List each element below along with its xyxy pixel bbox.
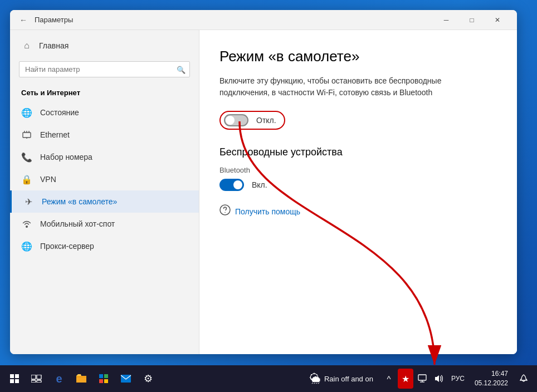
tray-lang-label[interactable]: РУС (448, 369, 468, 389)
tray-up-arrow[interactable]: ^ (381, 369, 397, 389)
sidebar-item-status[interactable]: 🌐 Состояние (10, 101, 199, 124)
home-icon: ⌂ (21, 40, 32, 51)
weather-widget[interactable]: 🌦 Rain off and on (304, 373, 379, 385)
bluetooth-toggle-row: Вкл. (219, 179, 497, 191)
bluetooth-toggle-switch[interactable] (219, 179, 244, 191)
notification-button[interactable] (515, 369, 533, 389)
clock-time: 16:47 (491, 369, 508, 379)
svg-rect-7 (10, 374, 14, 378)
svg-rect-19 (121, 375, 131, 383)
sidebar-item-ethernet[interactable]: Ethernet (10, 124, 199, 146)
search-icon: 🔍 (177, 65, 185, 74)
airplane-icon: ✈ (23, 196, 34, 207)
sidebar-home-label: Главная (39, 41, 69, 50)
sidebar-item-label: Режим «в самолете» (42, 197, 117, 206)
svg-rect-17 (99, 379, 103, 383)
window-title: Параметры (35, 16, 73, 24)
system-tray: ^ ★ РУ (381, 369, 468, 389)
sidebar-item-label: Набор номера (40, 153, 92, 161)
ethernet-icon (21, 129, 32, 140)
sidebar-home-button[interactable]: ⌂ Главная (10, 35, 199, 57)
sidebar-item-proxy[interactable]: 🌐 Прокси-сервер (10, 235, 199, 257)
svg-rect-13 (31, 380, 36, 383)
sidebar: ⌂ Главная 🔍 Сеть и Интернет 🌐 Состояние (10, 30, 199, 354)
settings-icon[interactable]: ⚙ (138, 369, 158, 389)
start-button[interactable] (4, 369, 25, 389)
window-body: ⌂ Главная 🔍 Сеть и Интернет 🌐 Состояние (10, 30, 517, 354)
airplane-toggle-label: Откл. (256, 116, 276, 125)
sidebar-item-label: Мобильный хот-спот (40, 219, 115, 228)
mail-icon[interactable] (116, 369, 136, 389)
bluetooth-label: Bluetooth (219, 166, 497, 174)
sidebar-item-vpn[interactable]: 🔒 VPN (10, 168, 199, 190)
tray-volume-icon[interactable] (431, 369, 447, 389)
svg-rect-18 (104, 379, 108, 383)
help-link[interactable]: Получить помощь (235, 207, 300, 216)
weather-text: Rain off and on (324, 375, 373, 383)
sidebar-item-airplane[interactable]: ✈ Режим «в самолете» (10, 190, 199, 213)
clock-widget[interactable]: 16:47 05.12.2022 (470, 369, 512, 388)
bluetooth-toggle-label: Вкл. (252, 180, 267, 189)
weather-icon: 🌦 (310, 373, 321, 385)
sidebar-item-label: Состояние (40, 108, 79, 117)
toggle-knob (226, 116, 235, 125)
clock-date: 05.12.2022 (475, 379, 508, 388)
sidebar-item-label: Ethernet (40, 130, 70, 139)
help-icon (219, 204, 231, 218)
explorer-icon[interactable] (71, 369, 91, 389)
sidebar-search-container: 🔍 (19, 61, 190, 77)
edge-icon[interactable]: e (49, 369, 69, 389)
taskbar: e (0, 365, 537, 392)
window-controls: ─ □ ✕ (433, 10, 510, 30)
svg-rect-14 (37, 380, 41, 383)
svg-rect-20 (418, 375, 426, 380)
svg-point-5 (220, 205, 230, 215)
airplane-toggle-row: Откл. (219, 111, 285, 130)
vpn-icon: 🔒 (21, 174, 32, 185)
taskbar-right: 🌦 Rain off and on ^ ★ (304, 369, 533, 389)
maximize-button[interactable]: □ (459, 10, 485, 30)
svg-rect-16 (104, 374, 108, 378)
content-description: Включите эту функцию, чтобы остановить в… (219, 75, 487, 99)
hotspot-icon (21, 218, 32, 229)
svg-rect-12 (37, 375, 41, 379)
status-icon: 🌐 (21, 107, 32, 118)
tray-network-icon[interactable] (414, 369, 430, 389)
tray-bluetooth-icon[interactable]: ★ (398, 369, 413, 389)
svg-rect-8 (15, 374, 19, 378)
minimize-button[interactable]: ─ (433, 10, 459, 30)
wireless-section-heading: Беспроводные устройства (219, 146, 497, 158)
taskbar-left: e (4, 369, 158, 389)
svg-rect-10 (15, 379, 19, 383)
svg-rect-11 (31, 375, 36, 379)
page-title: Режим «в самолете» (219, 48, 497, 65)
sidebar-item-hotspot[interactable]: Мобильный хот-спот (10, 213, 199, 235)
back-button[interactable]: ← (17, 13, 30, 27)
proxy-icon: 🌐 (21, 241, 32, 252)
bluetooth-toggle-knob (233, 180, 242, 189)
svg-rect-0 (23, 133, 31, 138)
sidebar-item-label: Прокси-сервер (40, 242, 94, 251)
settings-window: ← Параметры ─ □ ✕ ⌂ Главная 🔍 Се (10, 10, 517, 354)
sidebar-item-label: VPN (40, 175, 56, 184)
sidebar-item-dialup[interactable]: 📞 Набор номера (10, 146, 199, 168)
content-area: Режим «в самолете» Включите эту функцию,… (199, 30, 517, 354)
desktop: ← Параметры ─ □ ✕ ⌂ Главная 🔍 Се (0, 0, 537, 392)
svg-rect-15 (99, 374, 103, 378)
dialup-icon: 📞 (21, 151, 32, 163)
help-row: Получить помощь (219, 204, 497, 218)
search-input[interactable] (19, 61, 190, 77)
airplane-toggle-switch[interactable] (224, 114, 248, 126)
task-view-button[interactable] (27, 369, 47, 389)
svg-rect-9 (10, 379, 14, 383)
title-bar: ← Параметры ─ □ ✕ (10, 10, 517, 30)
sidebar-section-title: Сеть и Интернет (10, 84, 199, 101)
svg-point-6 (224, 212, 226, 213)
store-icon[interactable] (94, 369, 114, 389)
close-button[interactable]: ✕ (485, 10, 510, 30)
